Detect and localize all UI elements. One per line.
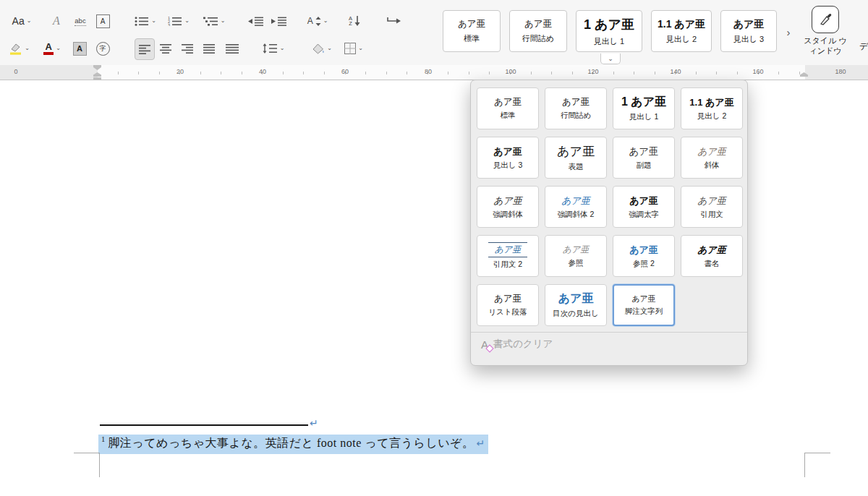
clipped-right-button[interactable]: デ [859,3,868,62]
style-item[interactable]: あア亜 目次の見出し [545,284,607,326]
up-down-arrows-icon [315,17,321,26]
borders-button[interactable]: ⌄ [339,38,369,59]
style-item[interactable]: あア亜 強調斜体 [477,186,539,228]
change-case-label: Aa [12,15,25,27]
change-case-button[interactable]: Aa ⌄ [6,11,38,31]
align-center-icon [160,44,172,54]
style-item-selected[interactable]: あア亜 脚注文字列 [613,284,675,326]
style-preview: あア亜 [494,96,522,108]
footnote-reference-number: 1 [101,435,105,443]
numbered-list-button[interactable]: 123 ⌄ [165,11,192,31]
style-item[interactable]: あア亜 強調斜体 2 [545,186,607,228]
chevron-down-icon: ⌄ [25,46,30,51]
style-item[interactable]: あア亜 斜体 [681,137,743,179]
line-spacing-icon [263,43,278,54]
style-label: 強調太字 [629,210,659,220]
style-label: 見出し 1 [629,112,659,122]
decrease-indent-icon [248,17,263,26]
ribbon-style-item[interactable]: あア亜 標準 [443,10,501,52]
style-preview: 1.1 あア亜 [689,96,733,109]
align-center-button[interactable] [156,38,175,59]
style-item[interactable]: あア亜 見出し 3 [477,137,539,179]
bullet-list-button[interactable]: ⌄ [132,11,158,31]
ruler-number: 20 [174,68,186,75]
paint-bucket-icon [312,43,325,54]
style-preview: あア亜 [629,244,658,257]
line-spacing-button[interactable]: ⌄ [258,38,289,59]
align-left-button[interactable] [135,38,155,60]
justify-button[interactable] [200,38,218,59]
text-effects-icon: A [53,14,60,27]
style-label: 見出し 3 [493,161,523,171]
paragraph-return-button[interactable] [380,11,407,31]
styles-dropdown-panel: あア亜 標準 あア亜 行間詰め 1 あア亜 見出し 1 1.1 あア亜 見出し … [470,80,748,366]
chevron-down-icon: ⌄ [280,46,285,51]
gallery-expand-button[interactable]: ⌄ [600,54,621,64]
style-preview: あア亜 [629,194,658,208]
font-color-icon: A [43,42,54,55]
style-item[interactable]: あア亜 引用文 [681,186,743,228]
chevron-right-icon: › [787,26,791,38]
text-effects-button[interactable]: A [46,11,67,31]
footnote-paragraph[interactable]: 1 脚注ってめっちゃ大事よな。英語だと foot note って言うらしいぞ。 … [98,435,488,454]
style-item[interactable]: あア亜 行間詰め [545,87,607,129]
style-item[interactable]: 1.1 あア亜 見出し 2 [681,87,743,129]
style-label: 見出し 3 [733,34,764,45]
ribbon-style-item[interactable]: あア亜 見出し 3 [720,10,777,52]
text-sort-button[interactable]: A ⌄ [302,11,333,31]
chevron-down-icon: ⌄ [151,18,156,24]
style-item[interactable]: あア亜 リスト段落 [477,284,539,326]
phonetic-guide-icon: abc [75,17,85,26]
style-item[interactable]: あア亜 標準 [477,87,539,129]
distribute-text-button[interactable] [221,38,243,59]
ribbon-toolbar: Aa ⌄ A abc A ⌄ 123 ⌄ ⌄ [0,0,868,66]
text-sort-icon: A [307,16,313,26]
style-preview: あア亜 [558,291,594,307]
increase-indent-button[interactable] [268,11,289,31]
clear-formatting-button[interactable]: A 書式のクリア [481,338,553,351]
style-label: 参照 2 [633,259,655,269]
style-item[interactable]: 1 あア亜 見出し 1 [613,87,675,129]
style-preview: あア亜 [493,194,522,208]
style-preview: あア亜 [697,194,726,208]
style-preview: あア亜 [458,18,485,30]
style-item[interactable]: あア亜 副題 [613,137,675,179]
ribbon-style-item[interactable]: あア亜 行間詰め [509,10,567,52]
character-shading-button[interactable]: A [69,38,90,59]
ruler-number: 60 [339,68,351,75]
style-item[interactable]: あア亜 書名 [681,235,743,277]
clear-formatting-icon: A [481,338,488,351]
highlighter-icon [9,43,22,55]
chevron-down-icon: ⌄ [327,46,332,51]
style-item[interactable]: あア亜 引用文 2 [477,235,539,277]
style-preview: あア亜 [629,145,658,158]
enclose-characters-button[interactable]: 字 [93,38,113,59]
multilevel-list-button[interactable]: ⌄ [200,11,229,31]
decrease-indent-button[interactable] [244,11,266,31]
style-item[interactable]: あア亜 参照 [545,235,607,277]
ribbon-style-item[interactable]: 1.1 あア亜 見出し 2 [651,10,712,52]
shading-button[interactable]: ⌄ [307,38,337,59]
highlighter-button[interactable]: ⌄ [4,38,35,59]
align-right-icon [182,44,194,54]
style-window-button[interactable]: スタイル ウィンドウ [800,3,851,62]
style-label: 強調斜体 [493,210,523,220]
style-item[interactable]: あア亜 強調太字 [613,186,675,228]
gallery-more-button[interactable]: › [783,22,794,42]
sort-button[interactable]: AZ [342,11,367,31]
align-right-button[interactable] [178,38,197,59]
style-label: 行間詰め [522,33,554,44]
panel-divider [471,332,747,333]
style-label: 斜体 [705,161,720,171]
phonetic-guide-button[interactable]: abc [69,11,91,31]
ruler-number: 160 [752,68,764,75]
ribbon-style-item[interactable]: 1 あア亜 見出し 1 [576,10,642,52]
style-item[interactable]: あア亜 参照 2 [613,235,675,277]
style-preview: あア亜 [561,194,590,208]
font-color-button[interactable]: A ⌄ [38,38,67,59]
style-label: 脚注文字列 [625,307,663,317]
bullet-list-icon [135,17,149,26]
style-item[interactable]: あア亜 表題 [545,137,607,179]
character-border-button[interactable]: A [93,11,113,31]
distribute-text-icon [226,44,239,54]
